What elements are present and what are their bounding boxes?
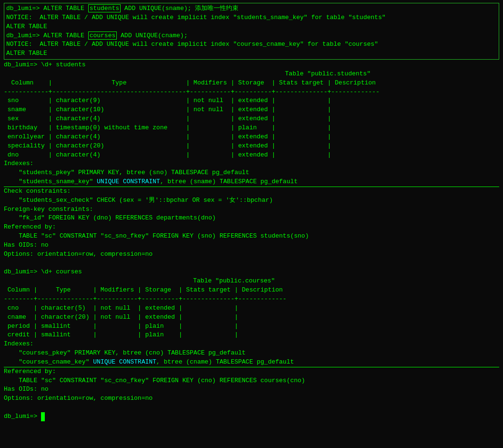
line-has-oids-courses: Has OIDs: no xyxy=(4,385,499,394)
terminal: db_lumi=> ALTER TABLE students ADD UNIQU… xyxy=(4,3,499,421)
line-notice-students: NOTICE: ALTER TABLE / ADD UNIQUE will cr… xyxy=(6,13,497,22)
line-row-cno: cno | character(5) | not null | extended… xyxy=(4,304,499,313)
line-options-students: Options: orientation=row, compression=no xyxy=(4,250,499,259)
line-row-enrollyear: enrollyear | character(4) | | extended |… xyxy=(4,133,499,142)
line-ref-sc-cno: TABLE "sc" CONSTRAINT "sc_cno_fkey" FORE… xyxy=(4,376,499,385)
line-d-students-cmd: db_lumi=> \d+ students xyxy=(4,61,499,70)
line-row-sex: sex | character(4) | | extended | | xyxy=(4,115,499,124)
line-alter-courses: db_lumi=> ALTER TABLE courses ADD UNIQUE… xyxy=(6,31,497,41)
line-index-pkey-students: "students_pkey" PRIMARY KEY, btree (sno)… xyxy=(4,168,499,177)
line-row-dno: dno | character(4) | | extended | | xyxy=(4,151,499,160)
line-table-title-courses: Table "public.courses" xyxy=(4,277,499,286)
line-table-header-courses: Column | Type | Modifiers | Storage | St… xyxy=(4,286,499,295)
line-ref-sc-sno: TABLE "sc" CONSTRAINT "sc_sno_fkey" FORE… xyxy=(4,232,499,241)
line-index-pkey-courses: "courses_pkey" PRIMARY KEY, btree (cno) … xyxy=(4,349,499,358)
line-notice-courses: NOTICE: ALTER TABLE / ADD UNIQUE will cr… xyxy=(6,40,497,49)
line-table-title-students: Table "public.students" xyxy=(4,70,499,79)
line-options-courses: Options: orientation=row, compression=no xyxy=(4,394,499,403)
line-row-credit: credit | smallint | | plain | | xyxy=(4,331,499,340)
line-has-oids-students: Has OIDs: no xyxy=(4,241,499,250)
line-referenced-by-label-students: Referenced by: xyxy=(4,223,499,232)
line-index-cname-courses: "courses_cname_key" UNIQUE CONSTRAINT, b… xyxy=(4,358,499,367)
line-row-sname: sname | character(10) | not null | exten… xyxy=(4,105,499,115)
line-d-courses-cmd: db_lumi=> \d+ courses xyxy=(4,268,499,277)
line-table-sep-students: ------------+---------------------------… xyxy=(4,88,499,97)
line-index-sname-students: "students_sname_key" UNIQUE CONSTRAINT, … xyxy=(4,177,499,187)
line-indexes-label-students: Indexes: xyxy=(4,159,499,168)
line-row-cname: cname | character(20) | not null | exten… xyxy=(4,313,499,322)
line-referenced-by-label-courses: Referenced by: xyxy=(4,367,499,376)
line-fk-constraints-label: Foreign-key constraints: xyxy=(4,205,499,214)
line-blank-1 xyxy=(4,259,499,268)
line-row-period: period | smallint | | plain | | xyxy=(4,322,499,331)
line-blank-2 xyxy=(4,403,499,412)
line-table-sep-courses: --------+---------------+-----------+---… xyxy=(4,295,499,304)
line-row-speciality: speciality | character(20) | | extended … xyxy=(4,142,499,151)
line-final-prompt[interactable]: db_lumi=> xyxy=(4,412,499,421)
line-table-header-students: Column | Type | Modifiers | Storage | St… xyxy=(4,79,499,88)
line-check-sex: "students_sex_check" CHECK (sex = '男'::b… xyxy=(4,196,499,205)
line-alter-table-2: ALTER TABLE xyxy=(6,49,497,58)
line-row-sno: sno | character(9) | not null | extended… xyxy=(4,96,499,105)
line-row-birthday: birthday | timestamp(0) without time zon… xyxy=(4,124,499,133)
line-fk-id: "fk_id" FOREIGN KEY (dno) REFERENCES dep… xyxy=(4,214,499,223)
line-check-constraints-label: Check constraints: xyxy=(4,187,499,196)
line-alter-students: db_lumi=> ALTER TABLE students ADD UNIQU… xyxy=(6,4,497,13)
line-alter-table-1: ALTER TABLE xyxy=(6,22,497,31)
command-block-1: db_lumi=> ALTER TABLE students ADD UNIQU… xyxy=(4,3,499,60)
line-indexes-label-courses: Indexes: xyxy=(4,340,499,349)
